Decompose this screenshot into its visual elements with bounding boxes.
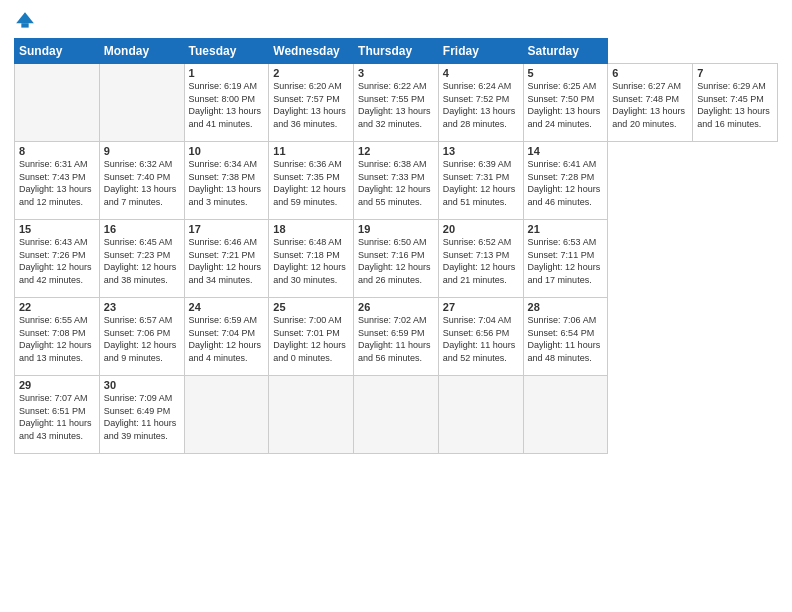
empty-cell [523,376,608,454]
day-info: Sunrise: 6:59 AMSunset: 7:04 PMDaylight:… [189,315,262,363]
day-number: 14 [528,145,604,157]
day-info: Sunrise: 7:09 AMSunset: 6:49 PMDaylight:… [104,393,177,441]
day-cell-11: 11Sunrise: 6:36 AMSunset: 7:35 PMDayligh… [269,142,354,220]
day-number: 24 [189,301,265,313]
day-header-tuesday: Tuesday [184,39,269,64]
day-cell-25: 25Sunrise: 7:00 AMSunset: 7:01 PMDayligh… [269,298,354,376]
empty-cell [269,376,354,454]
day-number: 2 [273,67,349,79]
day-cell-2: 2Sunrise: 6:20 AMSunset: 7:57 PMDaylight… [269,64,354,142]
day-cell-22: 22Sunrise: 6:55 AMSunset: 7:08 PMDayligh… [15,298,100,376]
day-number: 25 [273,301,349,313]
day-number: 15 [19,223,95,235]
day-info: Sunrise: 6:50 AMSunset: 7:16 PMDaylight:… [358,237,431,285]
calendar-header-row: SundayMondayTuesdayWednesdayThursdayFrid… [15,39,778,64]
day-header-monday: Monday [99,39,184,64]
day-cell-13: 13Sunrise: 6:39 AMSunset: 7:31 PMDayligh… [438,142,523,220]
day-cell-15: 15Sunrise: 6:43 AMSunset: 7:26 PMDayligh… [15,220,100,298]
day-info: Sunrise: 7:04 AMSunset: 6:56 PMDaylight:… [443,315,516,363]
day-cell-12: 12Sunrise: 6:38 AMSunset: 7:33 PMDayligh… [354,142,439,220]
day-info: Sunrise: 6:57 AMSunset: 7:06 PMDaylight:… [104,315,177,363]
day-number: 1 [189,67,265,79]
logo-icon [14,10,36,32]
day-info: Sunrise: 6:38 AMSunset: 7:33 PMDaylight:… [358,159,431,207]
day-header-wednesday: Wednesday [269,39,354,64]
calendar-week-5: 29Sunrise: 7:07 AMSunset: 6:51 PMDayligh… [15,376,778,454]
day-info: Sunrise: 6:34 AMSunset: 7:38 PMDaylight:… [189,159,262,207]
empty-cell [184,376,269,454]
day-info: Sunrise: 6:52 AMSunset: 7:13 PMDaylight:… [443,237,516,285]
day-info: Sunrise: 6:31 AMSunset: 7:43 PMDaylight:… [19,159,92,207]
day-number: 8 [19,145,95,157]
day-number: 4 [443,67,519,79]
day-info: Sunrise: 6:43 AMSunset: 7:26 PMDaylight:… [19,237,92,285]
day-info: Sunrise: 6:45 AMSunset: 7:23 PMDaylight:… [104,237,177,285]
day-cell-6: 6Sunrise: 6:27 AMSunset: 7:48 PMDaylight… [608,64,693,142]
day-cell-1: 1Sunrise: 6:19 AMSunset: 8:00 PMDaylight… [184,64,269,142]
day-number: 26 [358,301,434,313]
calendar-week-4: 22Sunrise: 6:55 AMSunset: 7:08 PMDayligh… [15,298,778,376]
day-number: 18 [273,223,349,235]
day-number: 28 [528,301,604,313]
day-cell-26: 26Sunrise: 7:02 AMSunset: 6:59 PMDayligh… [354,298,439,376]
day-cell-20: 20Sunrise: 6:52 AMSunset: 7:13 PMDayligh… [438,220,523,298]
day-cell-30: 30Sunrise: 7:09 AMSunset: 6:49 PMDayligh… [99,376,184,454]
day-number: 20 [443,223,519,235]
calendar-week-1: 1Sunrise: 6:19 AMSunset: 8:00 PMDaylight… [15,64,778,142]
day-cell-21: 21Sunrise: 6:53 AMSunset: 7:11 PMDayligh… [523,220,608,298]
empty-cell [354,376,439,454]
day-info: Sunrise: 6:48 AMSunset: 7:18 PMDaylight:… [273,237,346,285]
day-cell-16: 16Sunrise: 6:45 AMSunset: 7:23 PMDayligh… [99,220,184,298]
day-cell-9: 9Sunrise: 6:32 AMSunset: 7:40 PMDaylight… [99,142,184,220]
day-cell-4: 4Sunrise: 6:24 AMSunset: 7:52 PMDaylight… [438,64,523,142]
day-info: Sunrise: 7:06 AMSunset: 6:54 PMDaylight:… [528,315,601,363]
day-cell-27: 27Sunrise: 7:04 AMSunset: 6:56 PMDayligh… [438,298,523,376]
day-info: Sunrise: 6:46 AMSunset: 7:21 PMDaylight:… [189,237,262,285]
day-header-sunday: Sunday [15,39,100,64]
day-info: Sunrise: 6:27 AMSunset: 7:48 PMDaylight:… [612,81,685,129]
day-cell-24: 24Sunrise: 6:59 AMSunset: 7:04 PMDayligh… [184,298,269,376]
day-cell-14: 14Sunrise: 6:41 AMSunset: 7:28 PMDayligh… [523,142,608,220]
day-cell-17: 17Sunrise: 6:46 AMSunset: 7:21 PMDayligh… [184,220,269,298]
day-number: 9 [104,145,180,157]
svg-marker-0 [16,12,34,23]
empty-cell [438,376,523,454]
empty-cell [15,64,100,142]
day-number: 6 [612,67,688,79]
header-row [14,10,778,32]
day-info: Sunrise: 6:20 AMSunset: 7:57 PMDaylight:… [273,81,346,129]
day-number: 21 [528,223,604,235]
day-number: 22 [19,301,95,313]
day-number: 13 [443,145,519,157]
day-number: 7 [697,67,773,79]
day-info: Sunrise: 6:39 AMSunset: 7:31 PMDaylight:… [443,159,516,207]
day-number: 19 [358,223,434,235]
calendar-week-2: 8Sunrise: 6:31 AMSunset: 7:43 PMDaylight… [15,142,778,220]
day-info: Sunrise: 6:36 AMSunset: 7:35 PMDaylight:… [273,159,346,207]
day-header-thursday: Thursday [354,39,439,64]
day-cell-28: 28Sunrise: 7:06 AMSunset: 6:54 PMDayligh… [523,298,608,376]
svg-rect-1 [21,23,28,27]
day-cell-18: 18Sunrise: 6:48 AMSunset: 7:18 PMDayligh… [269,220,354,298]
day-number: 29 [19,379,95,391]
calendar-table: SundayMondayTuesdayWednesdayThursdayFrid… [14,38,778,454]
day-info: Sunrise: 7:07 AMSunset: 6:51 PMDaylight:… [19,393,92,441]
day-cell-19: 19Sunrise: 6:50 AMSunset: 7:16 PMDayligh… [354,220,439,298]
day-number: 27 [443,301,519,313]
day-info: Sunrise: 6:53 AMSunset: 7:11 PMDaylight:… [528,237,601,285]
day-cell-10: 10Sunrise: 6:34 AMSunset: 7:38 PMDayligh… [184,142,269,220]
day-number: 5 [528,67,604,79]
day-info: Sunrise: 6:41 AMSunset: 7:28 PMDaylight:… [528,159,601,207]
day-number: 30 [104,379,180,391]
empty-cell [99,64,184,142]
day-number: 10 [189,145,265,157]
day-info: Sunrise: 6:24 AMSunset: 7:52 PMDaylight:… [443,81,516,129]
day-number: 16 [104,223,180,235]
day-info: Sunrise: 7:00 AMSunset: 7:01 PMDaylight:… [273,315,346,363]
day-header-friday: Friday [438,39,523,64]
day-info: Sunrise: 6:25 AMSunset: 7:50 PMDaylight:… [528,81,601,129]
day-number: 17 [189,223,265,235]
day-number: 23 [104,301,180,313]
day-info: Sunrise: 6:55 AMSunset: 7:08 PMDaylight:… [19,315,92,363]
day-info: Sunrise: 7:02 AMSunset: 6:59 PMDaylight:… [358,315,431,363]
